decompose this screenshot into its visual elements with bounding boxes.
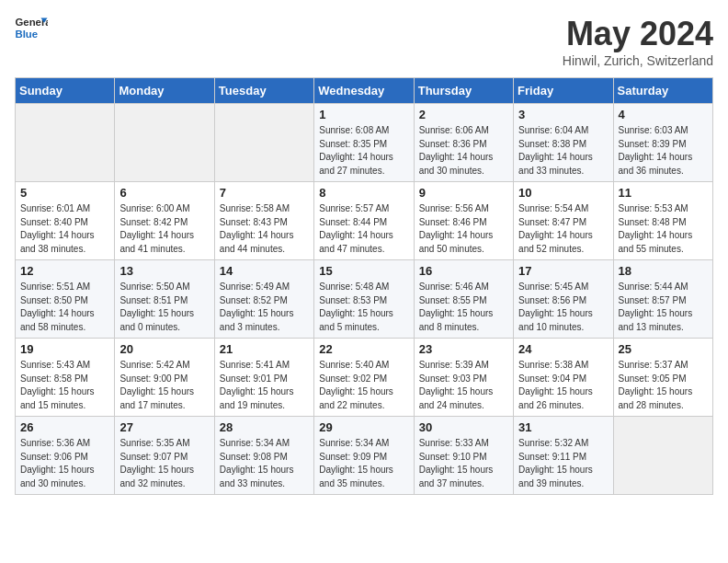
calendar-cell: 20Sunrise: 5:42 AM Sunset: 9:00 PM Dayli… xyxy=(115,339,214,417)
svg-text:Blue: Blue xyxy=(16,29,39,40)
day-number: 18 xyxy=(619,264,708,278)
calendar-body: 1Sunrise: 6:08 AM Sunset: 8:35 PM Daylig… xyxy=(16,104,713,495)
day-info: Sunrise: 5:33 AM Sunset: 9:10 PM Dayligh… xyxy=(419,437,508,490)
day-number: 7 xyxy=(220,186,309,200)
month-title: May 2024 xyxy=(563,15,713,53)
calendar-cell: 8Sunrise: 5:57 AM Sunset: 8:44 PM Daylig… xyxy=(314,182,414,260)
day-number: 13 xyxy=(119,264,209,278)
day-info: Sunrise: 5:53 AM Sunset: 8:48 PM Dayligh… xyxy=(619,202,708,256)
day-number: 25 xyxy=(619,342,708,356)
calendar-week-row: 12Sunrise: 5:51 AM Sunset: 8:50 PM Dayli… xyxy=(16,260,713,339)
weekday-header: Thursday xyxy=(414,78,513,104)
day-number: 2 xyxy=(419,108,508,121)
day-info: Sunrise: 5:40 AM Sunset: 9:02 PM Dayligh… xyxy=(319,359,408,412)
logo-icon: General Blue xyxy=(15,15,48,40)
day-number: 27 xyxy=(119,420,209,434)
day-number: 11 xyxy=(619,186,708,200)
calendar-cell: 1Sunrise: 6:08 AM Sunset: 8:35 PM Daylig… xyxy=(314,104,414,182)
calendar-cell: 31Sunrise: 5:32 AM Sunset: 9:11 PM Dayli… xyxy=(514,417,613,495)
day-number: 28 xyxy=(220,420,309,434)
calendar-cell xyxy=(16,104,115,182)
calendar-cell: 12Sunrise: 5:51 AM Sunset: 8:50 PM Dayli… xyxy=(16,260,115,339)
calendar-week-row: 26Sunrise: 5:36 AM Sunset: 9:06 PM Dayli… xyxy=(16,417,713,495)
day-info: Sunrise: 5:35 AM Sunset: 9:07 PM Dayligh… xyxy=(119,437,209,490)
weekday-header: Wednesday xyxy=(314,78,414,104)
calendar-week-row: 1Sunrise: 6:08 AM Sunset: 8:35 PM Daylig… xyxy=(16,104,713,182)
day-info: Sunrise: 5:57 AM Sunset: 8:44 PM Dayligh… xyxy=(319,202,408,256)
day-info: Sunrise: 5:42 AM Sunset: 9:00 PM Dayligh… xyxy=(119,359,209,412)
day-info: Sunrise: 6:03 AM Sunset: 8:39 PM Dayligh… xyxy=(619,124,708,178)
day-number: 6 xyxy=(119,186,209,200)
calendar-cell: 10Sunrise: 5:54 AM Sunset: 8:47 PM Dayli… xyxy=(514,182,613,260)
day-info: Sunrise: 5:44 AM Sunset: 8:57 PM Dayligh… xyxy=(619,281,708,334)
calendar-cell xyxy=(613,417,712,495)
calendar-header-row: SundayMondayTuesdayWednesdayThursdayFrid… xyxy=(16,78,713,104)
day-info: Sunrise: 5:34 AM Sunset: 9:08 PM Dayligh… xyxy=(220,437,309,490)
day-number: 4 xyxy=(619,108,708,121)
day-info: Sunrise: 5:39 AM Sunset: 9:03 PM Dayligh… xyxy=(419,359,508,412)
day-info: Sunrise: 5:41 AM Sunset: 9:01 PM Dayligh… xyxy=(220,359,309,412)
calendar-cell: 9Sunrise: 5:56 AM Sunset: 8:46 PM Daylig… xyxy=(414,182,513,260)
calendar-cell: 27Sunrise: 5:35 AM Sunset: 9:07 PM Dayli… xyxy=(115,417,214,495)
day-number: 16 xyxy=(419,264,508,278)
day-number: 5 xyxy=(20,186,109,200)
day-info: Sunrise: 5:43 AM Sunset: 8:58 PM Dayligh… xyxy=(20,359,109,412)
day-number: 19 xyxy=(20,342,109,356)
calendar-cell: 14Sunrise: 5:49 AM Sunset: 8:52 PM Dayli… xyxy=(214,260,313,339)
day-number: 10 xyxy=(518,186,608,200)
day-info: Sunrise: 5:38 AM Sunset: 9:04 PM Dayligh… xyxy=(518,359,608,412)
day-number: 12 xyxy=(20,264,109,278)
day-info: Sunrise: 6:00 AM Sunset: 8:42 PM Dayligh… xyxy=(119,202,209,256)
day-info: Sunrise: 5:51 AM Sunset: 8:50 PM Dayligh… xyxy=(20,281,109,334)
day-info: Sunrise: 6:04 AM Sunset: 8:38 PM Dayligh… xyxy=(518,124,608,178)
day-info: Sunrise: 5:50 AM Sunset: 8:51 PM Dayligh… xyxy=(119,281,209,334)
day-number: 22 xyxy=(319,342,408,356)
calendar-cell: 2Sunrise: 6:06 AM Sunset: 8:36 PM Daylig… xyxy=(414,104,513,182)
day-number: 14 xyxy=(220,264,309,278)
day-info: Sunrise: 5:48 AM Sunset: 8:53 PM Dayligh… xyxy=(319,281,408,334)
day-info: Sunrise: 6:08 AM Sunset: 8:35 PM Dayligh… xyxy=(319,124,408,178)
calendar-cell: 16Sunrise: 5:46 AM Sunset: 8:55 PM Dayli… xyxy=(414,260,513,339)
calendar-cell: 28Sunrise: 5:34 AM Sunset: 9:08 PM Dayli… xyxy=(214,417,313,495)
calendar-cell: 22Sunrise: 5:40 AM Sunset: 9:02 PM Dayli… xyxy=(314,339,414,417)
calendar-cell: 17Sunrise: 5:45 AM Sunset: 8:56 PM Dayli… xyxy=(514,260,613,339)
day-info: Sunrise: 5:46 AM Sunset: 8:55 PM Dayligh… xyxy=(419,281,508,334)
weekday-header: Friday xyxy=(514,78,613,104)
calendar-week-row: 19Sunrise: 5:43 AM Sunset: 8:58 PM Dayli… xyxy=(16,339,713,417)
day-number: 15 xyxy=(319,264,408,278)
weekday-header: Sunday xyxy=(16,78,115,104)
location: Hinwil, Zurich, Switzerland xyxy=(563,53,713,68)
calendar-cell: 11Sunrise: 5:53 AM Sunset: 8:48 PM Dayli… xyxy=(613,182,712,260)
title-block: May 2024 Hinwil, Zurich, Switzerland xyxy=(563,15,713,68)
calendar-cell: 6Sunrise: 6:00 AM Sunset: 8:42 PM Daylig… xyxy=(115,182,214,260)
calendar-cell: 29Sunrise: 5:34 AM Sunset: 9:09 PM Dayli… xyxy=(314,417,414,495)
day-number: 24 xyxy=(518,342,608,356)
day-info: Sunrise: 5:45 AM Sunset: 8:56 PM Dayligh… xyxy=(518,281,608,334)
day-number: 1 xyxy=(319,108,408,121)
day-info: Sunrise: 5:58 AM Sunset: 8:43 PM Dayligh… xyxy=(220,202,309,256)
calendar-cell: 23Sunrise: 5:39 AM Sunset: 9:03 PM Dayli… xyxy=(414,339,513,417)
weekday-header: Saturday xyxy=(613,78,712,104)
calendar-cell: 24Sunrise: 5:38 AM Sunset: 9:04 PM Dayli… xyxy=(514,339,613,417)
day-number: 21 xyxy=(220,342,309,356)
calendar-cell: 13Sunrise: 5:50 AM Sunset: 8:51 PM Dayli… xyxy=(115,260,214,339)
day-number: 3 xyxy=(518,108,608,121)
day-number: 9 xyxy=(419,186,508,200)
day-number: 26 xyxy=(20,420,109,434)
calendar-cell: 25Sunrise: 5:37 AM Sunset: 9:05 PM Dayli… xyxy=(613,339,712,417)
calendar-week-row: 5Sunrise: 6:01 AM Sunset: 8:40 PM Daylig… xyxy=(16,182,713,260)
day-number: 31 xyxy=(518,420,608,434)
day-number: 23 xyxy=(419,342,508,356)
calendar-cell: 21Sunrise: 5:41 AM Sunset: 9:01 PM Dayli… xyxy=(214,339,313,417)
calendar-cell: 15Sunrise: 5:48 AM Sunset: 8:53 PM Dayli… xyxy=(314,260,414,339)
calendar-cell xyxy=(115,104,214,182)
day-number: 20 xyxy=(119,342,209,356)
calendar-cell: 4Sunrise: 6:03 AM Sunset: 8:39 PM Daylig… xyxy=(613,104,712,182)
logo: General Blue General Blue xyxy=(15,15,48,40)
calendar-cell: 5Sunrise: 6:01 AM Sunset: 8:40 PM Daylig… xyxy=(16,182,115,260)
day-number: 30 xyxy=(419,420,508,434)
calendar-cell: 19Sunrise: 5:43 AM Sunset: 8:58 PM Dayli… xyxy=(16,339,115,417)
calendar-table: SundayMondayTuesdayWednesdayThursdayFrid… xyxy=(15,77,713,495)
day-info: Sunrise: 5:56 AM Sunset: 8:46 PM Dayligh… xyxy=(419,202,508,256)
calendar-cell: 3Sunrise: 6:04 AM Sunset: 8:38 PM Daylig… xyxy=(514,104,613,182)
